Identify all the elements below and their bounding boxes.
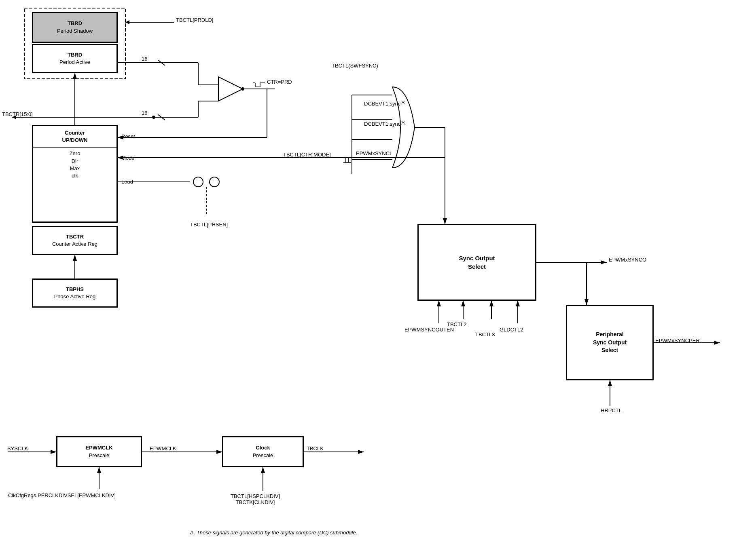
svg-marker-57 (443, 218, 447, 224)
load-label: Load (121, 179, 133, 185)
tbctr-sublabel: Counter Active Reg (52, 241, 97, 248)
counter-label: Counter (65, 129, 85, 137)
tbrd-active-label: TBRD (68, 51, 82, 59)
clock-prescale-label1: Clock (256, 444, 270, 452)
tbphs-block: TBPHS Phase Active Reg (32, 279, 117, 307)
tbrd-shadow-block: TBRD Period Shadow (32, 12, 117, 42)
epwmclk-prescale-block: EPWMCLK Prescale (57, 437, 142, 467)
svg-point-34 (193, 177, 203, 187)
clkcfgregs-label: ClkCfgRegs.PERCLKDIVSEL[EPWMCLKDIV] (8, 492, 116, 498)
svg-marker-27 (73, 255, 77, 261)
reset-label: Reset (121, 133, 135, 139)
svg-rect-79 (346, 158, 348, 162)
clock-prescale-block: Clock Prescale (222, 437, 303, 467)
tbctr-label: TBCTR (66, 233, 84, 241)
dcbevt1-sync-a1-label: DCBEVT1.sync(A) (364, 100, 405, 107)
epwmclk-prescale-label1: EPWMCLK (85, 444, 112, 452)
svg-point-17 (152, 116, 155, 119)
epwmx-syncper-label: EPWMxSYNCPER (655, 338, 700, 344)
svg-marker-51 (461, 300, 465, 306)
tbctl-prdld-label: TBCTL[PRDLD] (176, 17, 213, 23)
svg-marker-59 (601, 260, 607, 264)
epwmclk-label: EPWMCLK (150, 445, 176, 452)
sysclk-label: SYSCLK (7, 445, 28, 452)
svg-line-16 (158, 114, 165, 120)
clock-prescale-label2: Prescale (253, 452, 273, 459)
tbrd-active-block: TBRD Period Active (32, 44, 117, 73)
svg-marker-74 (358, 450, 364, 454)
svg-marker-49 (437, 300, 441, 306)
svg-point-11 (241, 87, 244, 91)
footnote-text: A. These signals are generated by the di… (190, 530, 357, 536)
hrpctl-label: HRPCTL (601, 407, 622, 414)
num-16-top: 16 (142, 56, 147, 62)
svg-marker-24 (73, 73, 77, 79)
svg-marker-10 (218, 77, 243, 101)
peripheral-sync-label2: Sync Output (593, 339, 627, 347)
tbctr-block: TBCTR Counter Active Reg (32, 226, 117, 255)
svg-marker-78 (261, 467, 265, 473)
svg-marker-69 (51, 450, 57, 454)
tbctl3-label: TBCTL3 (475, 331, 495, 338)
tbphs-sublabel: Phase Active Reg (54, 293, 96, 300)
tbctl-hspclkdiv-label: TBCTL[HSPCLKDIV] TBCTK[CLKDIV] (231, 493, 280, 505)
gldctl2-label: GLDCTL2 (500, 327, 523, 333)
superscript-a2: (A) (400, 120, 405, 124)
sync-output-label2: Select (468, 262, 486, 271)
sync-output-label1: Sync Output (459, 254, 495, 262)
sync-output-block: Sync Output Select (418, 224, 536, 300)
svg-marker-66 (608, 380, 612, 386)
svg-marker-71 (216, 450, 222, 454)
tbctl-swfsync-label: TBCTL(SWFSYNC) (332, 63, 378, 69)
tbrd-shadow-label: TBRD (68, 20, 82, 27)
tbctl2-label: TBCTL2 (447, 321, 466, 327)
clk-label: clk (38, 172, 112, 179)
zero-label: Zero (38, 150, 112, 157)
tbctl-phsen-label: TBCTL[PHSEN] (190, 222, 228, 228)
counter-sublabel: UP/DOWN (62, 137, 88, 144)
superscript-a1: (A) (400, 100, 405, 104)
dir-label: Dir (38, 158, 112, 165)
max-label: Max (38, 165, 112, 172)
tbctl-ctr-mode-label: TBCTL[CTR:MODE] (283, 152, 331, 158)
ctr-prd-label: CTR=PRD (267, 79, 292, 85)
dcbevt1-sync-a2-label: DCBEVT1.sync(A) (364, 120, 405, 127)
svg-marker-5 (125, 20, 129, 24)
epwmsyncouten-label: EPWMSYNCOUTEN (404, 327, 454, 333)
tbctl-hspclkdiv-text: TBCTL[HSPCLKDIV] (231, 493, 280, 499)
epwmx-synci-label: EPWMxSYNCI (356, 150, 391, 156)
tbphs-label: TBPHS (66, 286, 84, 293)
tbctk-clkdiv-text: TBCTK[CLKDIV] (231, 499, 280, 505)
tbrd-active-sublabel: Period Active (59, 59, 90, 66)
counter-block: Counter UP/DOWN Zero Dir Max clk (32, 125, 117, 222)
tbclk-label: TBCLK (307, 445, 324, 452)
peripheral-sync-label1: Peripheral (596, 331, 623, 339)
svg-marker-76 (97, 467, 101, 473)
svg-marker-62 (714, 341, 720, 345)
peripheral-sync-label3: Select (601, 346, 618, 354)
diagram-container: TBRD Period Shadow TBRD Period Active Co… (0, 0, 756, 557)
peripheral-sync-block: Peripheral Sync Output Select (566, 305, 653, 380)
epwmx-synco-label: EPWMxSYNCO (609, 257, 646, 263)
svg-line-9 (158, 60, 165, 65)
diagram-lines (0, 0, 756, 557)
svg-point-35 (210, 177, 219, 187)
svg-marker-53 (489, 300, 493, 306)
tbctr-15-0-label: TBCTR[15:0] (2, 111, 33, 117)
svg-marker-55 (516, 300, 520, 306)
num-16-bot: 16 (142, 110, 147, 116)
mode-label: Mode (121, 155, 135, 161)
svg-marker-64 (584, 299, 589, 305)
tbrd-shadow-sublabel: Period Shadow (57, 27, 93, 35)
epwmclk-prescale-label2: Prescale (89, 452, 110, 459)
